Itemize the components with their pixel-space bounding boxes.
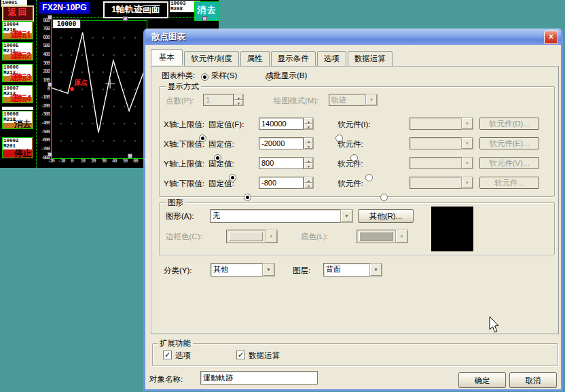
checkbox-label-数据运算[interactable]: 数据运算: [249, 351, 280, 361]
fixed-value-input[interactable]: -20000: [259, 137, 304, 149]
back-button[interactable]: 返回: [2, 5, 34, 22]
y-tick-label: -100: [33, 95, 50, 100]
device-select-arrow-icon: ▼: [462, 118, 473, 129]
mouse-cursor: [489, 317, 501, 334]
tab-选项[interactable]: 选项: [317, 51, 346, 66]
selection-handle[interactable]: [48, 82, 52, 87]
selection-handle[interactable]: [202, 16, 207, 21]
extend-group-title: 扩展功能: [158, 339, 193, 347]
shape-preview: [431, 207, 473, 251]
device-select-arrow-icon: ▼: [462, 177, 473, 188]
radio-device[interactable]: [365, 174, 373, 181]
radio-device[interactable]: [380, 194, 388, 201]
hmi-button-label: 運転1: [1, 31, 32, 39]
category-label: 分类(Y):: [164, 266, 192, 276]
fixed-value-label[interactable]: 固定值:: [208, 179, 234, 189]
selection-handle[interactable]: [48, 15, 52, 20]
radio-sampling-label[interactable]: 采样(S): [211, 71, 237, 81]
fixed-value-input[interactable]: 800: [259, 157, 304, 169]
scatter-chart-dialog: 散点图表 × 基本软元件/刻度属性显示条件选项数据运算 图表种类: 采样(S) …: [143, 29, 563, 391]
device-button: 软元件...: [479, 177, 539, 189]
tab-显示条件[interactable]: 显示条件: [271, 51, 316, 66]
dialog-title: 散点图表: [145, 29, 561, 45]
hmi-button-運転1[interactable]: 10004 M210運転1: [2, 21, 33, 39]
checkbox-数据运算[interactable]: ✓: [236, 351, 245, 359]
plc-model-label: FX2N-10PG: [39, 2, 90, 14]
close-icon[interactable]: ×: [544, 31, 558, 44]
border-color-arrow-icon: ▼: [266, 230, 277, 243]
designer-workspace: 10001 返回 FX2N-10PG 1軸軌迹画面 10003 M208 消去 …: [0, 0, 565, 392]
tab-基本[interactable]: 基本: [151, 49, 183, 65]
trajectory-trace: [51, 20, 146, 158]
device-option-label[interactable]: 软元件:: [338, 179, 363, 189]
points-input: 1: [203, 94, 234, 106]
points-spinner: ▲▼: [234, 94, 244, 106]
y-tick-label: 700: [33, 26, 50, 31]
device-option-label[interactable]: 软元件(I):: [338, 120, 371, 130]
category-select[interactable]: 其他: [211, 263, 263, 277]
object-name-input[interactable]: 運動軌跡: [200, 371, 318, 385]
value-spinner[interactable]: ▲▼: [304, 177, 314, 189]
device-select: [409, 118, 462, 130]
back-color-select: [357, 230, 396, 243]
fixed-value-input[interactable]: 140000: [259, 118, 304, 130]
hmi-button-運転3[interactable]: 10006 M212運転3: [2, 64, 33, 82]
border-color-select: [226, 230, 266, 243]
device-option-label[interactable]: 软元件:: [338, 139, 363, 149]
selection-handle[interactable]: [128, 154, 132, 158]
device-select: [409, 177, 462, 189]
origin-label: 原点: [74, 79, 88, 86]
fixed-value-label[interactable]: 固定值:: [208, 139, 234, 149]
hmi-button-停止[interactable]: 10002 M201停止: [2, 137, 33, 158]
checkbox-选项[interactable]: ✓: [163, 351, 172, 359]
shape-select[interactable]: 无: [210, 209, 341, 223]
value-spinner[interactable]: ▲▼: [304, 118, 314, 130]
extend-group: [152, 343, 558, 366]
radio-sampling[interactable]: [201, 73, 208, 81]
device-button: 软元件(E)...: [479, 137, 539, 149]
selection-handle[interactable]: [123, 16, 128, 21]
shape-group-title: 图形: [166, 198, 185, 207]
axis-row-label: X轴:下限值:: [164, 139, 204, 149]
dialog-titlebar[interactable]: 散点图表 ×: [145, 29, 561, 45]
hmi-button-運転4[interactable]: 10007 M213運転4: [2, 85, 33, 103]
selection-handle[interactable]: [48, 152, 52, 157]
fixed-value-label[interactable]: 固定值(F):: [208, 120, 244, 130]
layer-select[interactable]: 背面: [323, 263, 370, 277]
hmi-button-label: 停止: [1, 149, 32, 158]
category-arrow-icon[interactable]: ▼: [263, 264, 274, 276]
device-option-label[interactable]: 软元件:: [338, 159, 363, 169]
cancel-button[interactable]: 取消: [509, 372, 557, 388]
y-tick-label: -300: [33, 112, 50, 117]
object-name-label: 对象名称:: [149, 374, 183, 385]
axis-row-label: Y轴:下限值:: [164, 179, 204, 189]
y-tick-label: 200: [33, 69, 50, 74]
radio-batch-label[interactable]: 成批显示(B): [266, 71, 307, 81]
points-label: 点数(P):: [166, 96, 194, 106]
layer-arrow-icon[interactable]: ▼: [370, 264, 382, 276]
draw-mode-select: 轨迹: [329, 94, 366, 106]
back-color-arrow-icon: ▼: [396, 230, 407, 243]
tab-数据运算[interactable]: 数据运算: [348, 51, 393, 66]
shape-select-arrow-icon[interactable]: ▼: [341, 210, 352, 222]
screen-title: 1軸軌迹画面: [103, 1, 168, 18]
device-button: 软元件(D)...: [479, 118, 539, 130]
value-spinner[interactable]: ▲▼: [304, 137, 314, 149]
hmi-button-消去[interactable]: 10008 M218消去: [2, 111, 33, 129]
tab-strip: 基本软元件/刻度属性显示条件选项数据运算: [151, 49, 555, 67]
value-spinner[interactable]: ▲▼: [304, 157, 314, 169]
fixed-value-input[interactable]: -800: [259, 177, 304, 189]
fixed-value-label[interactable]: 固定值:: [208, 159, 234, 169]
chart-kind-label: 图表种类:: [162, 71, 195, 81]
draw-mode-label: 绘图模式(M):: [274, 96, 318, 106]
radio-fixed-value[interactable]: [244, 194, 251, 201]
hmi-button-label: 消去: [1, 120, 32, 128]
checkbox-label-选项[interactable]: 选项: [175, 351, 191, 361]
other-shapes-button[interactable]: 其他(R)...: [358, 209, 414, 223]
ok-button[interactable]: 确定: [458, 372, 506, 388]
tab-软元件/刻度[interactable]: 软元件/刻度: [184, 51, 239, 66]
device-select: [409, 137, 462, 149]
tab-属性[interactable]: 属性: [240, 51, 270, 66]
hmi-button-運転2[interactable]: 10005 M211運転2: [2, 42, 33, 60]
hmi-button-label: 運転4: [1, 94, 32, 103]
